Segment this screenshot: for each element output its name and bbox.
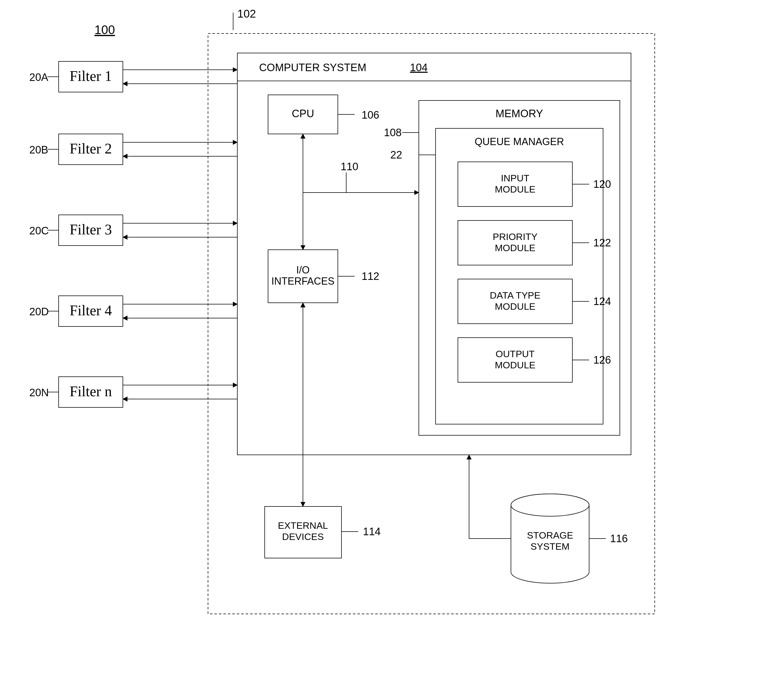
filter-2-id: 20B <box>29 144 48 156</box>
io-label-line2: INTERFACES <box>271 275 334 287</box>
filter-3-id: 20C <box>29 225 49 237</box>
memory-label: MEMORY <box>496 108 543 119</box>
external-devices-ref: 114 <box>363 526 381 537</box>
bus-ref: 110 <box>341 161 358 172</box>
svg-text:MODULE: MODULE <box>495 184 535 194</box>
svg-text:EXTERNAL: EXTERNAL <box>278 520 328 531</box>
memory-ref: 108 <box>384 127 401 138</box>
storage-system-ref: 116 <box>610 533 628 545</box>
module-output-ref: 126 <box>593 354 611 366</box>
filter-4-group: Filter 4 20D <box>29 296 237 326</box>
svg-text:STORAGE: STORAGE <box>527 530 573 540</box>
module-input-ref: 120 <box>593 178 611 190</box>
queue-manager-ref: 22 <box>390 149 402 161</box>
filter-1-group: Filter 1 20A <box>29 61 237 92</box>
svg-text:MODULE: MODULE <box>495 360 535 370</box>
cpu-ref: 106 <box>362 109 379 121</box>
module-datatype-ref: 124 <box>593 295 611 307</box>
filter-4-label: Filter 4 <box>70 303 112 318</box>
filter-n-group: Filter n 20N <box>29 377 237 407</box>
filter-2-label: Filter 2 <box>70 141 112 157</box>
svg-text:MODULE: MODULE <box>495 301 535 312</box>
cpu-label: CPU <box>292 108 314 119</box>
filter-n-id: 20N <box>29 387 49 399</box>
svg-text:PRIORITY: PRIORITY <box>493 231 538 242</box>
svg-text:SYSTEM: SYSTEM <box>530 541 569 552</box>
filter-3-label: Filter 3 <box>70 222 112 237</box>
svg-text:INPUT: INPUT <box>501 173 529 183</box>
computer-system-ref: 104 <box>410 62 428 73</box>
queue-manager-label: QUEUE MANAGER <box>474 136 564 147</box>
svg-text:DEVICES: DEVICES <box>282 531 324 542</box>
svg-point-56 <box>511 494 589 516</box>
figure-ref: 100 <box>94 23 115 37</box>
module-priority-ref: 122 <box>593 237 611 248</box>
filter-2-group: Filter 2 20B <box>29 134 237 164</box>
filter-n-label: Filter n <box>70 383 112 399</box>
filter-1-label: Filter 1 <box>70 68 112 84</box>
io-ref: 112 <box>362 270 379 282</box>
filter-4-id: 20D <box>29 306 49 318</box>
io-label-line1: I/O <box>296 264 310 276</box>
boundary-ref: 102 <box>237 8 256 20</box>
filter-1-id: 20A <box>29 71 48 83</box>
svg-text:OUTPUT: OUTPUT <box>496 349 535 359</box>
system-diagram: 100 102 Filter 1 20A Filter 2 20B Filter… <box>0 0 784 675</box>
svg-text:DATA TYPE: DATA TYPE <box>490 290 540 301</box>
computer-system-title: COMPUTER SYSTEM <box>259 62 366 73</box>
filter-3-group: Filter 3 20C <box>29 215 237 245</box>
svg-text:MODULE: MODULE <box>495 242 535 253</box>
